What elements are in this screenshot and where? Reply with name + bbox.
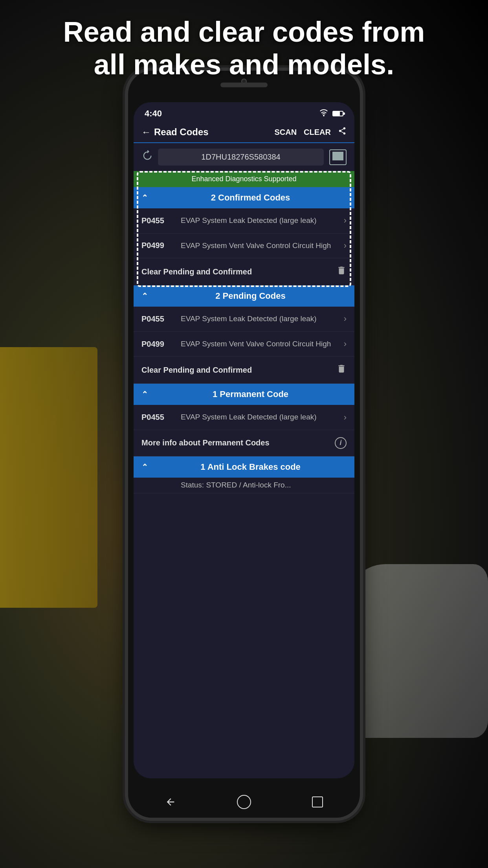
bottom-nav (134, 786, 354, 818)
pending-code-row-2[interactable]: P0499 EVAP System Vent Valve Control Cir… (134, 332, 354, 357)
headline: Read and clear codes from all makes and … (0, 16, 488, 81)
vin-input[interactable]: 1D7HU18276S580384 (158, 149, 324, 166)
top-bar: ← Read Codes SCAN CLEAR (134, 122, 354, 143)
antilock-section: ⌃ 1 Anti Lock Brakes code Status: STORED… (134, 456, 354, 493)
pending-code-1-label: P0455 (141, 314, 181, 324)
status-time: 4:40 (145, 108, 162, 119)
confirmed-clear-row[interactable]: Clear Pending and Confirmed (134, 258, 354, 285)
svg-rect-2 (336, 152, 337, 160)
status-icons (319, 109, 343, 118)
clear-button[interactable]: CLEAR (304, 128, 331, 137)
info-icon[interactable]: i (335, 437, 347, 449)
battery-icon (332, 111, 343, 116)
top-bar-title: Read Codes (154, 127, 209, 138)
back-button[interactable]: ← Read Codes (141, 127, 244, 138)
confirmed-code-2-label: P0499 (141, 241, 181, 250)
nav-back-button[interactable] (161, 792, 180, 812)
pending-codes-header[interactable]: ⌃ 2 Pending Codes (134, 285, 354, 307)
phone-notch (220, 83, 268, 87)
permanent-code-1-label: P0455 (141, 413, 181, 422)
svg-rect-6 (342, 152, 343, 160)
confirmed-trash-icon[interactable] (336, 265, 347, 278)
antilock-chevron-icon: ⌃ (141, 462, 148, 472)
permanent-code-section: ⌃ 1 Permanent Code P0455 EVAP System Lea… (134, 384, 354, 456)
pending-code-row-1[interactable]: P0455 EVAP System Leak Detected (large l… (134, 307, 354, 332)
permanent-code-title: 1 Permanent Code (154, 389, 347, 399)
pending-code-2-arrow: › (344, 339, 347, 349)
confirmed-code-2-arrow: › (344, 241, 347, 251)
wifi-icon (319, 109, 328, 118)
bg-shelf (0, 347, 97, 607)
enhanced-diagnostics-text: Enhanced Diagnostics Supported (191, 175, 296, 183)
pending-chevron-icon: ⌃ (141, 291, 148, 301)
pending-clear-row[interactable]: Clear Pending and Confirmed (134, 357, 354, 384)
svg-rect-1 (334, 152, 335, 160)
status-bar: 4:40 (134, 102, 354, 122)
permanent-code-header[interactable]: ⌃ 1 Permanent Code (134, 384, 354, 405)
svg-rect-0 (332, 152, 334, 160)
phone-screen: 4:40 ← Read Codes SCAN CLEAR (134, 102, 354, 778)
nav-recent-button[interactable] (308, 792, 327, 812)
scan-button[interactable]: SCAN (274, 128, 297, 137)
nav-recent-square (312, 796, 323, 807)
antilock-header[interactable]: ⌃ 1 Anti Lock Brakes code (134, 456, 354, 478)
back-arrow-icon: ← (141, 127, 151, 138)
permanent-code-1-arrow: › (344, 412, 347, 423)
pending-code-2-desc: EVAP System Vent Valve Control Circuit H… (181, 339, 340, 349)
svg-rect-4 (339, 152, 340, 160)
pending-trash-icon[interactable] (336, 364, 347, 376)
vin-bar: 1D7HU18276S580384 (134, 143, 354, 171)
antilock-partial-row[interactable]: Status: STORED / Anti-lock Fro... (134, 478, 354, 493)
pending-code-1-desc: EVAP System Leak Detected (large leak) (181, 314, 340, 324)
confirmed-codes-section: Enhanced Diagnostics Supported ⌃ 2 Confi… (134, 171, 354, 285)
pending-codes-section: ⌃ 2 Pending Codes P0455 EVAP System Leak… (134, 285, 354, 384)
svg-rect-5 (341, 152, 341, 160)
pending-code-1-arrow: › (344, 314, 347, 324)
nav-home-circle (237, 795, 251, 809)
confirmed-chevron-icon: ⌃ (141, 193, 148, 202)
nav-home-button[interactable] (234, 792, 254, 812)
svg-rect-3 (338, 152, 338, 160)
scroll-content[interactable]: Enhanced Diagnostics Supported ⌃ 2 Confi… (134, 171, 354, 776)
permanent-info-row[interactable]: More info about Permanent Codes i (134, 430, 354, 456)
antilock-status-desc: Status: STORED / Anti-lock Fro... (181, 480, 347, 491)
pending-codes-title: 2 Pending Codes (154, 291, 347, 301)
confirmed-codes-title: 2 Confirmed Codes (154, 193, 347, 203)
history-icon[interactable] (141, 150, 152, 164)
confirmed-code-1-label: P0455 (141, 216, 181, 225)
barcode-icon[interactable] (329, 149, 347, 165)
permanent-code-row-1[interactable]: P0455 EVAP System Leak Detected (large l… (134, 405, 354, 430)
antilock-title: 1 Anti Lock Brakes code (154, 462, 347, 472)
confirmed-code-1-desc: EVAP System Leak Detected (large leak) (181, 215, 340, 226)
permanent-info-label: More info about Permanent Codes (141, 438, 270, 447)
top-bar-actions: SCAN CLEAR (244, 127, 347, 138)
share-icon[interactable] (338, 127, 347, 138)
confirmed-code-row-2[interactable]: P0499 EVAP System Vent Valve Control Cir… (134, 234, 354, 259)
bg-car (341, 564, 488, 738)
permanent-chevron-icon: ⌃ (141, 390, 148, 399)
confirmed-code-row-1[interactable]: P0455 EVAP System Leak Detected (large l… (134, 208, 354, 234)
confirmed-code-1-arrow: › (344, 215, 347, 226)
phone-frame: 4:40 ← Read Codes SCAN CLEAR (128, 71, 360, 818)
confirmed-codes-header[interactable]: ⌃ 2 Confirmed Codes (134, 187, 354, 208)
permanent-code-1-desc: EVAP System Leak Detected (large leak) (181, 412, 340, 423)
confirmed-clear-label: Clear Pending and Confirmed (141, 267, 252, 276)
confirmed-code-2-desc: EVAP System Vent Valve Control Circuit H… (181, 241, 340, 251)
headline-text: Read and clear codes from all makes and … (24, 16, 464, 81)
enhanced-diagnostics-banner: Enhanced Diagnostics Supported (134, 171, 354, 187)
pending-code-2-label: P0499 (141, 340, 181, 349)
pending-clear-label: Clear Pending and Confirmed (141, 366, 252, 375)
